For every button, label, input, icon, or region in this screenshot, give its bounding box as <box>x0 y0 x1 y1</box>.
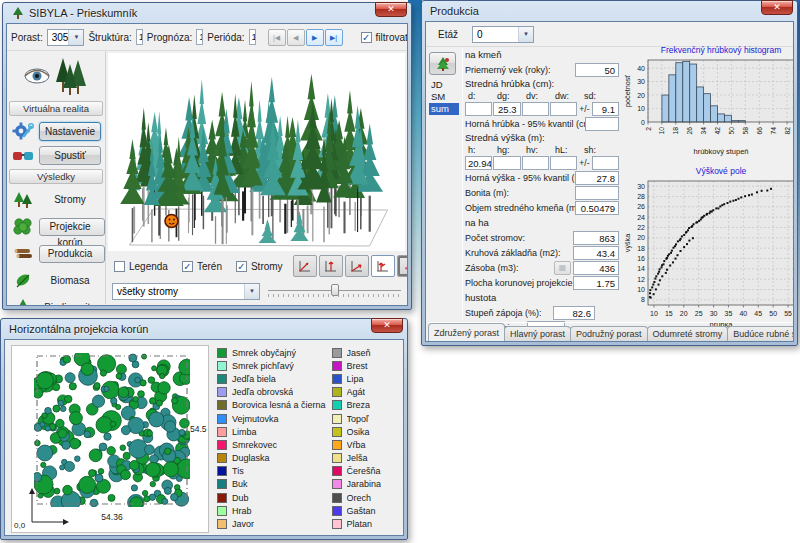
close-button[interactable]: ✕ <box>761 0 793 15</box>
svg-text:18: 18 <box>672 127 679 135</box>
sidebar-item-biodiverzita[interactable]: Biodiverzita <box>7 294 105 306</box>
terén-checkbox[interactable]: ✓Terén <box>182 261 222 272</box>
objem-kmena-field[interactable]: 0.50479 <box>575 201 619 215</box>
legend-item: Jedľa biela <box>217 372 326 385</box>
species-item-sm[interactable]: SM <box>429 91 459 103</box>
svg-text:výška: výška <box>623 234 632 252</box>
sidebar-item-biomasa[interactable]: Biomasa <box>7 267 105 294</box>
close-button[interactable]: ✕ <box>371 318 403 333</box>
view-axes-3d-button[interactable] <box>293 255 317 277</box>
legend-item: Smrekovec <box>217 438 326 451</box>
legend-swatch <box>217 493 227 503</box>
legend-item: Lipa <box>332 372 399 385</box>
svg-text:35: 35 <box>725 310 733 317</box>
cell-field[interactable] <box>522 102 549 116</box>
svg-text:16: 16 <box>637 255 645 262</box>
struktura-input[interactable]: 1 <box>136 29 143 45</box>
view-iso-button[interactable] <box>345 255 369 277</box>
titlebar[interactable]: SIBYLA - Prieskumník ✕ <box>6 3 408 23</box>
legend-item: Jelša <box>332 452 399 465</box>
calc-button[interactable]: ▦ <box>554 261 571 275</box>
na-kmen-header: na kmeň <box>465 49 619 62</box>
perioda-input[interactable]: 1 <box>249 29 256 45</box>
close-button[interactable]: ✕ <box>375 2 407 17</box>
slider-thumb[interactable] <box>331 284 339 296</box>
sidebar-item-produkcia[interactable]: Produkcia <box>7 240 105 267</box>
spustit-button[interactable]: Spustiť <box>39 146 101 165</box>
cell-field[interactable]: 20.94 <box>465 156 492 170</box>
chevron-down-icon: ▼ <box>68 30 83 45</box>
view-side-button[interactable] <box>371 255 395 277</box>
svg-text:2: 2 <box>645 127 652 131</box>
priemerny-vek-field[interactable]: 50 <box>575 63 619 77</box>
sidebar-item-label: Stromy <box>39 194 105 205</box>
na-ha-field[interactable]: 1.75 <box>573 276 619 290</box>
fit-width-button[interactable]: ↔ <box>397 255 408 277</box>
struktura-label: Štruktúra: <box>88 32 131 43</box>
cell-field[interactable] <box>550 102 577 116</box>
cell-field[interactable] <box>550 156 577 170</box>
window-crown-projection: Horizontálna projekcia korún ✕ 54.554.36… <box>0 318 408 540</box>
cell-field[interactable] <box>465 102 492 116</box>
stromy-checkbox[interactable]: ✓Stromy <box>236 261 283 272</box>
legend-swatch <box>332 453 342 463</box>
tab-hlavn-porast[interactable]: Hlavný porast <box>504 326 571 341</box>
na-ha-field[interactable]: 436 <box>573 261 619 275</box>
cell-field[interactable]: 25.3 <box>493 102 520 116</box>
horna-vyska-field[interactable]: 27.8 <box>575 171 619 185</box>
na-ha-field[interactable]: 863 <box>573 231 619 245</box>
legend-swatch <box>217 453 227 463</box>
etaz-combobox[interactable]: 0 ▼ <box>472 26 534 43</box>
filter-checkbox[interactable]: ✓ filtrovať <box>361 32 408 43</box>
species-refresh-button[interactable] <box>429 52 456 75</box>
checkbox-icon: ✓ <box>361 32 372 43</box>
legend-item: Agát <box>332 386 399 399</box>
na-ha-row: Zásoba (m3):▦436 <box>465 260 619 275</box>
legend-swatch <box>332 374 342 384</box>
legend-item: Orech <box>332 491 399 504</box>
na-ha-field[interactable]: 43.4 <box>573 246 619 260</box>
horna-hrubka-label: Horná hrúbka - 95% kvantil (cm): <box>465 119 585 129</box>
legend-swatch <box>217 400 227 410</box>
sd-field[interactable] <box>592 156 619 170</box>
svg-text:74: 74 <box>770 127 777 135</box>
zapoj-field[interactable]: 82.6 <box>553 306 595 320</box>
species-item-sum[interactable]: sum <box>429 103 459 115</box>
sd-field[interactable]: 9.1 <box>592 102 619 116</box>
svg-text:hrúbkový stupeň: hrúbkový stupeň <box>693 147 748 156</box>
horna-hrubka-row: Horná hrúbka - 95% kvantil (cm): <box>465 116 619 131</box>
species-item-jd[interactable]: JD <box>429 79 459 91</box>
legend-swatch <box>217 387 227 397</box>
legend-swatch <box>217 361 227 371</box>
tree-filter-combobox[interactable]: všetky stromy ▼ <box>112 283 260 300</box>
nastavenie-button[interactable]: Nastavenie <box>39 122 101 141</box>
sidebar: Virtuálna realita Nastavenie Sp <box>7 51 106 304</box>
cell-field[interactable] <box>493 156 520 170</box>
col-header: hL: <box>555 145 584 155</box>
legend-swatch <box>332 414 342 424</box>
porast-combobox[interactable]: 305 ▼ <box>47 29 85 46</box>
nav-last-button[interactable]: ▶| <box>325 29 343 46</box>
bonita-field[interactable] <box>575 186 619 200</box>
tab-bud-ce-rubn-stromy[interactable]: Budúce rubné stromy <box>727 326 794 341</box>
titlebar[interactable]: Horizontálna projekcia korún ✕ <box>4 319 404 339</box>
forest-3d-viewport[interactable] <box>108 53 405 251</box>
tab-odumret-stromy[interactable]: Odumreté stromy <box>647 326 729 341</box>
nav-next-button[interactable]: ▶ <box>306 29 324 46</box>
sidebar-item-label: Projekcie korún <box>39 218 105 236</box>
tab-podru-n-porast[interactable]: Podružný porast <box>570 326 648 341</box>
svg-text:30: 30 <box>710 310 718 317</box>
view-front-icon <box>323 259 339 273</box>
prognoza-input[interactable]: 1 <box>196 29 203 45</box>
horna-hrubka-field[interactable] <box>585 117 619 131</box>
svg-text:34: 34 <box>700 127 707 135</box>
legenda-checkbox[interactable]: Legenda <box>114 261 168 272</box>
cell-field[interactable] <box>522 156 549 170</box>
sidebar-item-projekcie-kor-n[interactable]: Projekcie korún <box>7 213 105 240</box>
view-front-button[interactable] <box>319 255 343 277</box>
sidebar-item-stromy[interactable]: Stromy <box>7 186 105 213</box>
titlebar[interactable]: Produkcia ✕ <box>425 1 794 21</box>
tab-zdru-en-porast[interactable]: Združený porast <box>428 323 505 341</box>
svg-text:8: 8 <box>641 296 645 303</box>
legend-species-label: Borovica lesná a čierna <box>232 400 326 410</box>
